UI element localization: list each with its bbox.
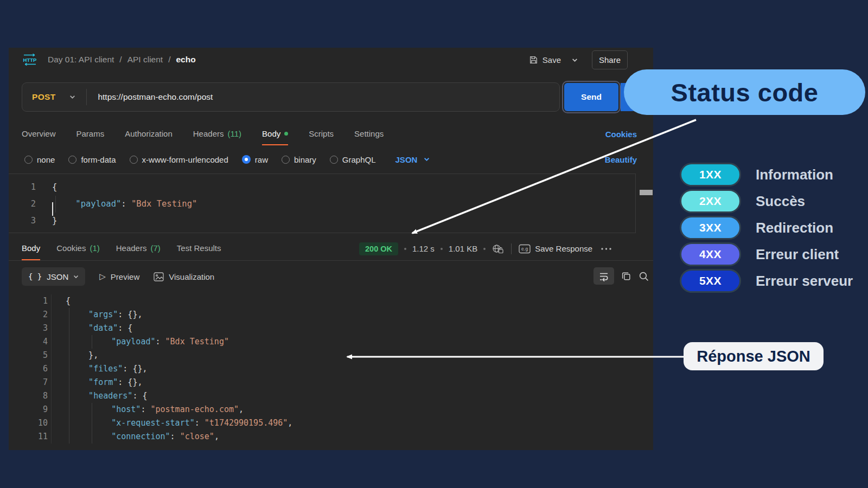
code-line: 10"x-request-start": "t1742990195.496", bbox=[9, 416, 653, 430]
line-number: 8 bbox=[9, 389, 48, 403]
request-tab-headers[interactable]: Headers(11) bbox=[193, 123, 241, 145]
legend-row-5xx: 5XXErreur serveur bbox=[680, 269, 853, 293]
code-line: 3} bbox=[9, 213, 635, 229]
breadcrumb-request-name[interactable]: echo bbox=[176, 55, 195, 65]
language-chevron-icon bbox=[424, 157, 430, 162]
language-selector[interactable]: JSON bbox=[395, 155, 430, 164]
response-tab-cookies[interactable]: Cookies(1) bbox=[56, 237, 100, 260]
code-line: 11"connection": "close", bbox=[9, 430, 653, 444]
breadcrumb-separator: / bbox=[119, 55, 122, 65]
save-options-chevron-icon[interactable] bbox=[570, 56, 580, 65]
indent-guide bbox=[69, 362, 88, 376]
indent-guide bbox=[92, 335, 111, 349]
body-type-binary[interactable]: binary bbox=[282, 155, 316, 164]
tab-label: Authorization bbox=[125, 129, 173, 138]
tab-label: Cookies bbox=[56, 243, 86, 253]
response-meta: 200 OK 1.12 s 1.01 KB bbox=[359, 237, 612, 260]
breadcrumb: Day 01: API client / API client / echo bbox=[48, 55, 196, 65]
copy-icon[interactable] bbox=[621, 271, 631, 281]
request-tab-body[interactable]: Body bbox=[262, 123, 288, 145]
topbar-actions: Save Share bbox=[527, 50, 628, 69]
http-request-icon: HTTP bbox=[22, 53, 38, 66]
request-tabs: OverviewParamsAuthorizationHeaders(11)Bo… bbox=[9, 123, 653, 145]
radio-label: raw bbox=[255, 155, 268, 164]
body-type-form-data[interactable]: form-data bbox=[68, 155, 116, 164]
code-line: 4"payload": "Bdx Testing" bbox=[9, 335, 653, 349]
body-type-raw[interactable]: raw bbox=[242, 155, 268, 164]
cookies-link[interactable]: Cookies bbox=[605, 123, 637, 145]
response-size[interactable]: 1.01 KB bbox=[449, 244, 477, 253]
status-code-legend: 1XXInformation2XXSuccès3XXRedirection4XX… bbox=[680, 163, 853, 296]
separator-dot bbox=[441, 248, 443, 250]
legend-row-4xx: 4XXErreur client bbox=[680, 242, 853, 266]
body-type-none[interactable]: none bbox=[24, 155, 55, 164]
share-button[interactable]: Share bbox=[592, 50, 628, 69]
separator-dot bbox=[483, 248, 486, 250]
url-input[interactable] bbox=[87, 92, 559, 102]
play-icon: ▷ bbox=[99, 272, 106, 281]
svg-text:HTTP: HTTP bbox=[23, 57, 37, 63]
request-tab-overview[interactable]: Overview bbox=[22, 123, 56, 145]
tab-label: Test Results bbox=[177, 243, 221, 253]
legend-row-2xx: 2XXSuccès bbox=[680, 189, 853, 213]
request-tab-params[interactable]: Params bbox=[76, 123, 105, 145]
line-number: 6 bbox=[9, 362, 48, 376]
status-range-pill: 2XX bbox=[680, 189, 741, 213]
response-format-selector[interactable]: { } JSON bbox=[22, 267, 85, 286]
save-response-button[interactable]: e.g Save Response bbox=[519, 244, 592, 254]
code-line: 5}, bbox=[9, 349, 653, 362]
radio-icon bbox=[130, 156, 138, 164]
request-body-editor[interactable]: 1{2"payload": "Bdx Testing"3} bbox=[9, 174, 636, 233]
status-code-annotation: Status code bbox=[624, 69, 865, 115]
url-bar: POST bbox=[22, 82, 560, 112]
radio-label: GraphQL bbox=[342, 155, 376, 164]
search-icon[interactable] bbox=[639, 271, 649, 281]
network-info-icon[interactable] bbox=[492, 243, 504, 254]
breadcrumb-folder[interactable]: API client bbox=[127, 55, 163, 65]
breadcrumb-collection[interactable]: Day 01: API client bbox=[48, 55, 114, 65]
more-options-icon[interactable] bbox=[601, 247, 612, 251]
legend-label: Redirection bbox=[756, 220, 833, 236]
editor-scrollbar[interactable] bbox=[640, 190, 653, 195]
save-button[interactable]: Save bbox=[527, 52, 563, 68]
code-line: 1{ bbox=[9, 294, 653, 308]
example-icon: e.g bbox=[519, 244, 531, 254]
format-chevron-icon bbox=[73, 275, 79, 279]
response-tab-body[interactable]: Body bbox=[22, 237, 40, 260]
code-line: 8"headers": { bbox=[9, 389, 653, 403]
visualization-button[interactable]: Visualization bbox=[154, 272, 214, 281]
method-selector[interactable]: POST bbox=[22, 92, 86, 102]
wrap-text-button[interactable] bbox=[593, 267, 614, 285]
indent-guide bbox=[92, 416, 111, 430]
body-type-x-www-form-urlencoded[interactable]: x-www-form-urlencoded bbox=[130, 155, 228, 164]
save-icon bbox=[529, 55, 538, 65]
visualization-icon bbox=[154, 272, 164, 281]
line-number: 4 bbox=[9, 335, 48, 349]
meta-divider bbox=[511, 243, 512, 254]
response-body-viewer[interactable]: 1{2"args": {},3"data": {4"payload": "Bdx… bbox=[9, 290, 653, 454]
status-badge[interactable]: 200 OK bbox=[359, 242, 398, 255]
code-line: 7"form": {}, bbox=[9, 376, 653, 389]
response-time[interactable]: 1.12 s bbox=[412, 244, 435, 253]
preview-button[interactable]: ▷ Preview bbox=[99, 272, 139, 281]
tab-count-badge: (11) bbox=[227, 129, 241, 138]
request-tab-settings[interactable]: Settings bbox=[354, 123, 384, 145]
status-range-pill: 1XX bbox=[680, 163, 741, 187]
request-tab-authorization[interactable]: Authorization bbox=[125, 123, 173, 145]
indent-guide bbox=[69, 308, 88, 322]
beautify-link[interactable]: Beautify bbox=[605, 155, 637, 164]
save-button-label: Save bbox=[542, 55, 561, 65]
request-topbar: HTTP Day 01: API client / API client / e… bbox=[9, 48, 653, 72]
request-tab-scripts[interactable]: Scripts bbox=[309, 123, 334, 145]
method-label: POST bbox=[32, 92, 55, 102]
tab-label: Body bbox=[22, 243, 40, 253]
line-number: 7 bbox=[9, 376, 48, 389]
response-tab-test-results[interactable]: Test Results bbox=[177, 237, 221, 260]
body-type-graphql[interactable]: GraphQL bbox=[330, 155, 376, 164]
indent-guide bbox=[69, 376, 88, 389]
api-client-window: HTTP Day 01: API client / API client / e… bbox=[9, 48, 653, 450]
response-json-annotation: Réponse JSON bbox=[684, 342, 824, 370]
send-button[interactable]: Send bbox=[564, 83, 618, 111]
response-tab-headers[interactable]: Headers(7) bbox=[116, 237, 161, 260]
status-range-pill: 4XX bbox=[680, 242, 741, 266]
